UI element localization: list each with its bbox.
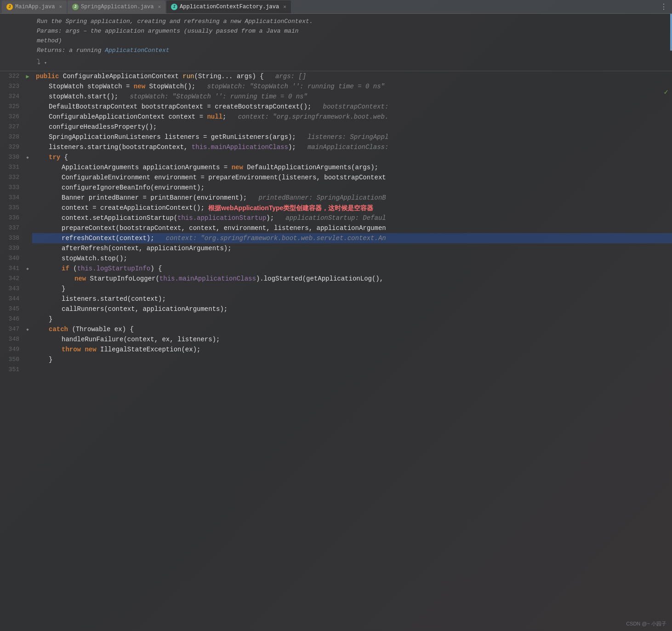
tab-springapp[interactable]: J SpringApplication.java ✕ [68, 0, 165, 13]
line-num-335: 335 [0, 203, 23, 213]
line-num-342: 342 [0, 274, 23, 284]
line-num-328: 328 [0, 132, 23, 142]
tab-mainapp[interactable]: J MainApp.java ✕ [2, 0, 67, 13]
more-tabs-button[interactable]: ⋮ [657, 2, 670, 11]
tab-close-mainapp[interactable]: ✕ [59, 4, 62, 10]
line-gutter-341: ◆ [23, 266, 32, 271]
line-number-row: 339 [0, 243, 32, 253]
code-line-335: context = createApplicationContext(); 根据… [32, 203, 672, 213]
watermark: CSDN @~ 小园子 [626, 620, 666, 627]
token-field-ref: this.mainApplicationClass [159, 274, 256, 284]
code-line-340: stopWatch.stop(); [32, 253, 672, 264]
code-line-349: throw new IllegalStateException(ex); [32, 344, 672, 355]
line-number-row: 330◆ [0, 152, 32, 162]
token-normal: afterRefresh(context, applicationArgumen… [62, 243, 232, 253]
scroll-accent-bar [670, 14, 672, 51]
line-number-row: 342 [0, 274, 32, 284]
token-inline-comment: stopWatch: "StopWatch '': running time =… [195, 81, 385, 92]
token-inline-comment: context: "org.springframework.boot.web. [226, 112, 388, 122]
code-line-342: new StartupInfoLogger(this.mainApplicati… [32, 274, 672, 284]
diamond-icon: ◆ [26, 266, 28, 271]
token-inline-comment: mainApplicationClass: [296, 142, 389, 152]
run-icon[interactable]: ▶ [26, 73, 29, 80]
token-inline-comment: context: "org.springframework.boot.web.s… [154, 233, 386, 243]
line-num-331: 331 [0, 162, 23, 172]
line-num-351: 351 [0, 365, 23, 375]
token-normal: ApplicationArguments applicationArgument… [62, 162, 232, 172]
line-number-row: 349 [0, 344, 32, 355]
tab-bar: J MainApp.java ✕ J SpringApplication.jav… [0, 0, 672, 14]
line-gutter-347: ◆ [23, 327, 32, 332]
code-line-336: context.setApplicationStartup(this.appli… [32, 213, 672, 223]
token-kw-ctrl: throw [62, 344, 85, 355]
line-num-322: 322 [0, 71, 23, 81]
code-line-329: listeners.starting(bootstrapContext, thi… [32, 142, 672, 152]
token-normal: ( [73, 264, 77, 274]
check-icon: ✓ [664, 87, 668, 97]
token-normal: SpringApplicationRunListeners listeners … [49, 132, 296, 142]
line-number-row: 350 [0, 355, 32, 365]
token-normal: context.setApplicationStartup( [62, 213, 177, 223]
line-number-row: 348 [0, 334, 32, 344]
line-number-row: 335 [0, 203, 32, 213]
line-num-348: 348 [0, 334, 23, 344]
line-num-350: 350 [0, 355, 23, 365]
token-field-ref: this.logStartupInfo [77, 264, 151, 274]
line-num-334: 334 [0, 193, 23, 203]
token-kw-ctrl: try [49, 152, 64, 162]
code-line-323: StopWatch stopWatch = new StopWatch(); s… [32, 81, 672, 92]
tab-label-appctx: ApplicationContextFactory.java [180, 4, 279, 10]
token-normal: (String... args) { [194, 71, 263, 81]
token-normal: ; [222, 112, 226, 122]
code-line-332: ConfigurableEnvironment environment = pr… [32, 172, 672, 183]
tab-close-springapp[interactable]: ✕ [158, 4, 161, 10]
token-inline-comment: stopWatch: "StopWatch '': running time =… [118, 92, 308, 102]
line-num-345: 345 [0, 304, 23, 314]
code-line-339: afterRefresh(context, applicationArgumen… [32, 243, 672, 253]
token-normal: DefaultApplicationArguments(args); [247, 162, 378, 172]
javadoc-line1: Run the Spring application, creating and… [37, 17, 672, 26]
token-normal: ); [266, 213, 274, 223]
line-num-326: 326 [0, 112, 23, 122]
line-number-row: 351 [0, 365, 32, 375]
code-line-331: ApplicationArguments applicationArgument… [32, 162, 672, 172]
token-normal: { [64, 152, 68, 162]
code-line-322: public ConfigurableApplicationContext ru… [32, 71, 672, 81]
code-line-351 [32, 365, 672, 375]
token-inline-comment: listeners: SpringAppl [296, 132, 389, 142]
code-line-350: } [32, 355, 672, 365]
token-normal: ConfigurableApplicationContext [63, 71, 182, 81]
line-number-row: 344 [0, 294, 32, 304]
line-number-row: 341◆ [0, 264, 32, 274]
line-number-row: 347◆ [0, 324, 32, 334]
line-num-339: 339 [0, 243, 23, 253]
token-chinese-comment: 根据webApplicationType类型创建容器，这时候是空容器 [208, 203, 373, 213]
tab-appctx[interactable]: I ApplicationContextFactory.java ✕ [166, 0, 291, 13]
javadoc-area: Run the Spring application, creating and… [0, 14, 672, 71]
token-normal: prepareContext(bootstrapContext, context… [62, 223, 386, 233]
diamond-icon: ◆ [26, 155, 28, 160]
tab-close-appctx[interactable]: ✕ [283, 4, 286, 10]
code-line-330: try { [32, 152, 672, 162]
line-num-344: 344 [0, 294, 23, 304]
token-normal: listeners.starting(bootstrapContext, [49, 142, 192, 152]
line-num-324: 324 [0, 92, 23, 102]
line-num-333: 333 [0, 183, 23, 193]
javadoc-returns: Returns: a running ApplicationContext [37, 46, 672, 55]
line-number-row: 343 [0, 284, 32, 294]
code-line-334: Banner printedBanner = printBanner(envir… [32, 193, 672, 203]
token-normal: StopWatch(); [149, 81, 195, 92]
token-inline-comment: printedBanner: SpringApplicationB [247, 193, 386, 203]
line-num-349: 349 [0, 344, 23, 355]
token-normal: ); [288, 142, 296, 152]
line-num-327: 327 [0, 122, 23, 132]
tab-icon-mainapp: J [6, 4, 13, 10]
token-normal: callRunners(context, applicationArgument… [62, 304, 228, 314]
code-content[interactable]: public ConfigurableApplicationContext ru… [32, 71, 672, 631]
line-num-341: 341 [0, 264, 23, 274]
token-field-ref: this.mainApplicationClass [192, 142, 288, 152]
token-normal: configureIgnoreBeanInfo(environment); [62, 183, 205, 193]
token-normal: DefaultBootstrapContext bootstrapContext… [49, 102, 311, 112]
code-line-348: handleRunFailure(context, ex, listeners)… [32, 334, 672, 344]
line-number-row: 334 [0, 193, 32, 203]
